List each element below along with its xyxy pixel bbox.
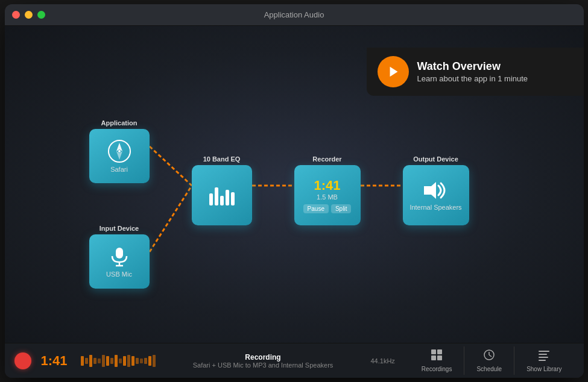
svg-line-1 bbox=[150, 146, 192, 186]
input-device-node[interactable]: Input Device USB Mic bbox=[89, 225, 150, 289]
close-button[interactable] bbox=[12, 11, 20, 19]
schedule-label: Schedule bbox=[476, 366, 502, 372]
recordings-icon bbox=[431, 349, 443, 364]
level-bar bbox=[123, 356, 126, 366]
application-window: Application Audio Watch Overview Learn a… bbox=[5, 4, 584, 378]
speaker-icon bbox=[423, 180, 449, 201]
split-button[interactable]: Split bbox=[331, 204, 351, 213]
svg-rect-15 bbox=[431, 355, 436, 360]
level-bar bbox=[127, 355, 130, 367]
watch-text: Watch Overview Learn about the app in 1 … bbox=[417, 60, 528, 83]
level-bar bbox=[106, 356, 109, 366]
svg-rect-9 bbox=[116, 248, 123, 258]
bottom-bar: 1:41 Recording Safari + USB Mic to MP3 a bbox=[5, 343, 584, 378]
level-meters bbox=[81, 355, 156, 367]
window-controls bbox=[12, 11, 45, 19]
recording-detail: Safari + USB Mic to MP3 and Internal Spe… bbox=[193, 362, 334, 369]
level-bar bbox=[115, 355, 118, 367]
level-bar bbox=[153, 355, 156, 367]
svg-marker-12 bbox=[424, 182, 436, 199]
svg-rect-21 bbox=[539, 354, 547, 355]
level-bar bbox=[144, 358, 147, 364]
level-bar bbox=[81, 356, 84, 366]
level-bar bbox=[102, 355, 105, 367]
maximize-button[interactable] bbox=[37, 11, 45, 19]
svg-rect-13 bbox=[431, 349, 436, 354]
output-device-node-box: Internal Speakers bbox=[403, 165, 469, 225]
record-button[interactable] bbox=[14, 352, 31, 369]
svg-line-2 bbox=[150, 186, 192, 252]
bottom-actions: Recordings Schedule bbox=[409, 346, 574, 375]
minimize-button[interactable] bbox=[25, 11, 33, 19]
microphone-icon bbox=[108, 245, 131, 268]
watch-overview-banner[interactable]: Watch Overview Learn about the app in 1 … bbox=[367, 48, 584, 96]
svg-rect-20 bbox=[539, 351, 549, 352]
svg-rect-16 bbox=[437, 355, 442, 360]
input-device-node-box: USB Mic bbox=[89, 234, 150, 289]
show-library-icon bbox=[538, 349, 550, 364]
level-bar bbox=[98, 359, 101, 363]
window-title: Application Audio bbox=[264, 10, 324, 19]
svg-point-8 bbox=[118, 150, 121, 152]
time-display: 1:41 bbox=[41, 353, 71, 369]
svg-rect-23 bbox=[539, 360, 546, 361]
svg-marker-6 bbox=[116, 143, 122, 151]
recorder-node[interactable]: Recorder 1:41 1.5 MB Pause Split bbox=[294, 155, 361, 225]
show-library-label: Show Library bbox=[526, 366, 561, 372]
watch-title: Watch Overview bbox=[417, 60, 528, 73]
eq-bars-icon bbox=[209, 185, 235, 205]
level-bar bbox=[85, 358, 88, 364]
recorder-buttons: Pause Split bbox=[303, 204, 352, 213]
application-node[interactable]: Application Safari bbox=[89, 119, 150, 183]
status-area: Recording Safari + USB Mic to MP3 and In… bbox=[165, 353, 361, 369]
svg-marker-7 bbox=[116, 151, 122, 160]
level-bar bbox=[93, 358, 96, 364]
titlebar: Application Audio bbox=[5, 4, 584, 26]
watch-subtitle: Learn about the app in 1 minute bbox=[417, 74, 528, 83]
watch-play-button[interactable] bbox=[378, 56, 409, 87]
show-library-button[interactable]: Show Library bbox=[514, 346, 574, 375]
pause-button[interactable]: Pause bbox=[303, 204, 329, 213]
recordings-label: Recordings bbox=[422, 366, 452, 372]
application-node-box: Safari bbox=[89, 129, 150, 183]
level-bar bbox=[136, 358, 139, 364]
safari-icon bbox=[107, 139, 131, 163]
level-bar bbox=[148, 356, 151, 366]
eq-node-box bbox=[192, 165, 252, 225]
schedule-icon bbox=[483, 349, 495, 364]
svg-line-19 bbox=[489, 355, 492, 357]
schedule-button[interactable]: Schedule bbox=[464, 346, 514, 375]
output-device-node[interactable]: Output Device Internal Speakers bbox=[403, 155, 469, 225]
frequency-display: 44.1kHz bbox=[370, 357, 394, 365]
level-bar bbox=[119, 359, 122, 363]
svg-rect-14 bbox=[437, 349, 442, 354]
recordings-button[interactable]: Recordings bbox=[409, 346, 464, 375]
level-bar bbox=[110, 358, 113, 364]
svg-rect-22 bbox=[539, 357, 548, 358]
level-bar bbox=[131, 356, 134, 366]
recording-status: Recording bbox=[245, 353, 280, 362]
level-bar bbox=[89, 355, 92, 367]
eq-node[interactable]: 10 Band EQ bbox=[192, 155, 252, 225]
level-bar bbox=[140, 359, 143, 363]
recorder-node-box: 1:41 1.5 MB Pause Split bbox=[294, 165, 361, 225]
main-canvas: Watch Overview Learn about the app in 1 … bbox=[5, 26, 584, 343]
svg-marker-0 bbox=[390, 67, 398, 77]
